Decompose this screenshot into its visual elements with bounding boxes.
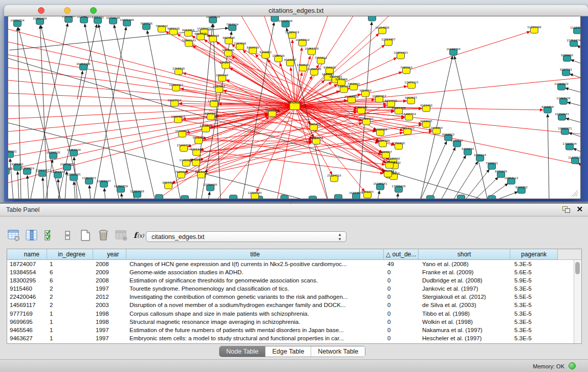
graph-edge-black[interactable] [114, 25, 155, 199]
graph-edge-black[interactable] [579, 163, 580, 167]
graph-edge-red[interactable] [272, 114, 312, 139]
graph-node[interactable] [335, 194, 342, 199]
cell-out_de[interactable]: 0 [385, 301, 420, 309]
cell-short[interactable]: Stergiakouli et al. (2012) [420, 293, 512, 301]
cell-pagerank[interactable]: 5.5E-5 [512, 293, 559, 301]
cell-out_de[interactable]: 0 [385, 326, 420, 334]
network-graph[interactable]: 1872400714055724208914061065328715276021… [8, 16, 580, 199]
graph-node[interactable] [309, 196, 317, 199]
cell-title[interactable]: Investigating the contribution of common… [127, 293, 385, 301]
graph-edge-black[interactable] [453, 162, 478, 199]
delete-trash-icon[interactable] [97, 229, 110, 242]
graph-edge-red[interactable] [240, 47, 379, 141]
table-row[interactable]: 969969511998Structural magnetic resonanc… [7, 318, 581, 326]
cell-title[interactable]: Structural magnetic resonance image aver… [127, 318, 385, 326]
graph-node[interactable] [281, 195, 289, 199]
graph-edge-black[interactable] [99, 25, 135, 199]
graph-edge-black[interactable] [565, 88, 580, 93]
cell-title[interactable]: Genome-wide association studies in ADHD. [127, 268, 385, 276]
table-settings-icon[interactable] [7, 229, 20, 242]
close-panel-icon[interactable]: ✕ [576, 205, 583, 214]
graph-edge-black[interactable] [208, 192, 210, 199]
graph-edge-black[interactable] [104, 188, 105, 199]
table-selector-dropdown[interactable]: citations_edges.txt ▲▼ [146, 231, 346, 242]
memory-status-icon[interactable] [569, 362, 576, 369]
cell-year[interactable]: 1998 [93, 310, 127, 318]
cell-in_degree[interactable]: 2 [47, 301, 93, 309]
table-row[interactable]: 1872400712008Changes of HCN gene express… [7, 260, 581, 268]
graph-edge-red[interactable] [8, 68, 295, 106]
scrollbar-thumb[interactable] [575, 262, 580, 274]
graph-edge-black[interactable] [27, 176, 29, 199]
graph-node[interactable] [427, 195, 434, 199]
row-height-icon[interactable] [61, 229, 74, 242]
window-titlebar[interactable]: citations_edges.txt [4, 5, 588, 16]
graph-edge-black[interactable] [90, 185, 91, 199]
cell-name[interactable]: 9465546 [7, 326, 47, 334]
graph-node[interactable] [458, 195, 465, 199]
cell-pagerank[interactable]: 5.3E-5 [512, 285, 559, 293]
cell-out_de[interactable]: 0 [385, 310, 420, 318]
cell-name[interactable]: 9115460 [7, 285, 47, 293]
tab-edge-table[interactable]: Edge Table [266, 346, 311, 357]
cell-title[interactable]: Embryonic stem cells: a model to study s… [127, 334, 385, 342]
import-checkmarks-icon[interactable] [43, 229, 56, 242]
float-window-icon[interactable] [562, 206, 570, 212]
table-row[interactable]: 2242004622012Investigating the contribut… [7, 293, 581, 301]
cell-title[interactable]: Disruption of a novel member of a sodium… [127, 301, 385, 309]
cell-in_degree[interactable]: 6 [47, 268, 93, 276]
cell-name[interactable]: 18300295 [7, 276, 47, 285]
table-row[interactable]: 946362711997Embryonic stem cells: a mode… [7, 334, 581, 342]
table-row[interactable]: 1938455462009Genome-wide association stu… [7, 268, 581, 276]
cell-out_de[interactable]: 49 [385, 260, 420, 268]
show-columns-icon[interactable] [25, 229, 38, 242]
graph-node[interactable] [156, 194, 163, 199]
graph-edge-black[interactable] [85, 24, 119, 199]
cell-pagerank[interactable]: 5.9E-5 [512, 276, 559, 285]
network-canvas[interactable]: 1872400714055724208914061065328715276021… [8, 16, 581, 199]
column-header-name[interactable]: name [7, 249, 47, 260]
graph-edge-red[interactable] [8, 29, 295, 106]
column-header-pagerank[interactable]: pagerank [510, 249, 558, 260]
column-header-short[interactable]: short [419, 249, 511, 260]
cell-out_de[interactable]: 0 [385, 334, 420, 342]
graph-edge-black[interactable] [378, 191, 380, 199]
cell-out_de[interactable]: 0 [385, 293, 420, 301]
table-row[interactable]: 977716911998Corpus callosum shape and si… [7, 310, 581, 318]
cell-in_degree[interactable]: 1 [47, 318, 93, 326]
graph-edge-red[interactable] [295, 106, 328, 199]
graph-edge-black[interactable] [121, 193, 122, 199]
graph-edge-black[interactable] [571, 60, 580, 64]
cell-year[interactable]: 2009 [93, 268, 127, 276]
table-row[interactable]: 911546021997Tourette syndrome. Phenomeno… [7, 285, 581, 293]
column-header-in_degree[interactable]: in_degree [47, 249, 93, 260]
cell-pagerank[interactable]: 5.3E-5 [512, 301, 559, 309]
cell-pagerank[interactable]: 5.3E-5 [512, 318, 559, 326]
cell-title[interactable]: Corpus callosum shape and size in male p… [127, 310, 385, 318]
cell-year[interactable]: 2008 [93, 260, 127, 268]
graph-edge-black[interactable] [566, 118, 580, 123]
graph-edge-black[interactable] [484, 184, 508, 199]
graph-node[interactable] [230, 195, 237, 199]
new-table-icon[interactable] [79, 229, 92, 242]
graph-edge-black[interactable] [17, 28, 21, 199]
column-header-title[interactable]: title [126, 249, 384, 260]
cell-name[interactable]: 19384554 [7, 268, 47, 276]
cell-year[interactable]: 2012 [93, 293, 127, 301]
resize-grip-icon[interactable] [574, 192, 578, 196]
graph-edge-black[interactable] [548, 114, 549, 199]
cell-in_degree[interactable]: 1 [47, 260, 93, 268]
cell-in_degree[interactable]: 1 [47, 334, 93, 342]
table-row[interactable]: 1830029562008Estimation of significance … [7, 276, 581, 285]
cell-name[interactable]: 22420046 [7, 293, 47, 301]
column-header-year[interactable]: year [93, 249, 127, 260]
cell-name[interactable]: 9699695 [7, 318, 47, 326]
cell-in_degree[interactable]: 1 [47, 326, 93, 334]
cell-name[interactable]: 18724007 [7, 260, 47, 268]
cell-short[interactable]: Wolkin et al. (1998) [420, 318, 512, 326]
cell-short[interactable]: Nakamura et al. (1997) [420, 326, 512, 334]
function-builder-icon[interactable]: f(x) [133, 229, 146, 242]
graph-edge-black[interactable] [397, 193, 398, 199]
cell-short[interactable]: Dudbridge et al. (2008) [420, 276, 512, 285]
graph-edge-black[interactable] [441, 156, 466, 199]
